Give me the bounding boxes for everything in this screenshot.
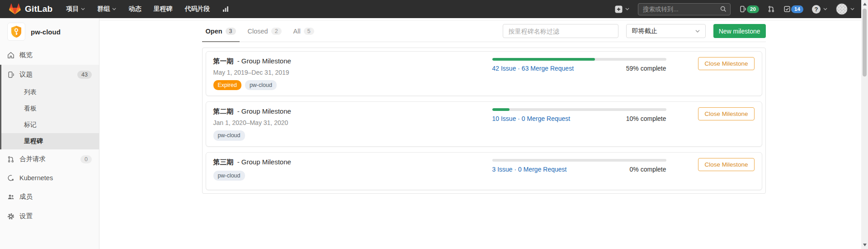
tab-label: Open: [206, 28, 222, 35]
milestone-info: 第二期 - Group Milestone Jan 1, 2020–May 31…: [213, 107, 492, 140]
cluster-icon: [7, 174, 14, 182]
milestone-title: 第一期 - Group Milestone: [213, 57, 492, 66]
scrollbar-down-arrow-icon[interactable]: [863, 244, 867, 246]
tab-closed[interactable]: Closed 2: [244, 20, 285, 42]
progress-meta: 10 Issue · 0 Merge Request 10% complete: [492, 115, 666, 122]
milestone-suffix: - Group Milestone: [237, 158, 291, 166]
help-icon: ?: [812, 5, 821, 14]
milestone-filter-input[interactable]: [503, 24, 618, 38]
chevron-down-icon: [112, 8, 116, 10]
milestone-dates: May 1, 2019–Dec 31, 2019: [213, 69, 492, 76]
todos-count-badge: 14: [791, 5, 803, 13]
issues-icon: [7, 71, 14, 78]
search-input[interactable]: [643, 6, 717, 13]
sidebar-item-members[interactable]: 成员: [0, 187, 99, 206]
issues-count-badge: 20: [747, 5, 759, 13]
plus-square-icon: [615, 5, 623, 13]
merge-requests-shortcut[interactable]: [768, 5, 775, 13]
avatar: [836, 3, 848, 15]
new-milestone-button[interactable]: New milestone: [713, 24, 766, 38]
gear-icon: [7, 213, 14, 220]
tab-open[interactable]: Open 3: [202, 20, 240, 42]
milestone-actions: Close Milestone: [666, 158, 755, 184]
nav-snippets-label: 代码片段: [184, 5, 210, 13]
sidebar-item-issues[interactable]: 议题 43: [1, 65, 99, 84]
milestone-card: 第一期 - Group Milestone May 1, 2019–Dec 31…: [206, 51, 762, 96]
merge-requests-count-badge: 0: [80, 155, 92, 163]
sidebar-item-label: 合并请求: [19, 155, 46, 163]
sort-dropdown[interactable]: 即将截止: [626, 24, 706, 38]
help-menu-button[interactable]: ?: [812, 5, 827, 14]
sidebar-item-settings[interactable]: 设置: [0, 206, 99, 226]
tab-label: All: [293, 28, 301, 35]
project-badge: pw-cloud: [213, 171, 245, 181]
new-menu-button[interactable]: [615, 5, 629, 13]
sidebar-item-boards[interactable]: 看板: [1, 101, 99, 117]
nav-groups[interactable]: 群组: [97, 5, 116, 13]
todos-shortcut[interactable]: 14: [783, 5, 803, 13]
milestone-badges: pw-cloud: [213, 171, 492, 181]
issue-mr-links[interactable]: 3 Issue · 0 Merge Request: [492, 166, 567, 173]
search-icon[interactable]: [720, 5, 727, 13]
expired-badge: Expired: [213, 80, 241, 90]
milestone-badges: pw-cloud: [213, 130, 492, 140]
milestone-suffix: - Group Milestone: [237, 57, 291, 65]
project-header[interactable]: pw-cloud: [0, 18, 99, 45]
milestone-name-link[interactable]: 第一期: [213, 57, 234, 65]
milestones-toolbar: 即将截止 New milestone: [503, 24, 766, 38]
nav-activity[interactable]: 动态: [128, 5, 141, 13]
sidebar-item-overview[interactable]: 概览: [0, 45, 99, 65]
top-navbar: GitLab 项目 群组 动态 里程碑 代码片段 20 14: [0, 0, 868, 18]
close-milestone-button[interactable]: Close Milestone: [698, 158, 754, 171]
progress-meta: 42 Issue · 63 Merge Request 59% complete: [492, 65, 666, 72]
project-sidebar: pw-cloud 概览 议题 43 列表 看板 标记 里程碑 合并请求 0 Ku…: [0, 18, 99, 249]
sidebar-item-issue-list[interactable]: 列表: [1, 84, 99, 101]
issues-shortcut[interactable]: 20: [739, 5, 759, 13]
tab-count-badge: 3: [226, 28, 236, 35]
sidebar-item-milestones[interactable]: 里程碑: [1, 133, 99, 149]
milestone-name-link[interactable]: 第二期: [213, 107, 234, 115]
sort-dropdown-label: 即将截止: [632, 27, 657, 35]
main-content: pw-cloud › Milestones Open 3 Closed 2 Al…: [99, 0, 868, 194]
scrollbar-up-arrow-icon[interactable]: [863, 3, 867, 5]
sidebar-item-label: 成员: [19, 192, 33, 201]
sidebar-item-merge-requests[interactable]: 合并请求 0: [0, 149, 99, 169]
milestone-name-link[interactable]: 第三期: [213, 158, 234, 166]
tabs-row: Open 3 Closed 2 All 5 即将截止 New mile: [202, 20, 766, 42]
sidebar-item-labels[interactable]: 标记: [1, 117, 99, 133]
nav-analytics[interactable]: [222, 5, 229, 13]
users-icon: [7, 193, 14, 201]
issues-icon: [739, 5, 746, 13]
progress-bar: [492, 58, 666, 61]
scrollbar-thumb[interactable]: [863, 9, 867, 77]
percent-complete: 10% complete: [626, 115, 666, 122]
milestones-container: Open 3 Closed 2 All 5 即将截止 New mile: [202, 20, 766, 194]
sidebar-item-label: 列表: [24, 88, 37, 96]
milestone-progress: 42 Issue · 63 Merge Request 59% complete: [492, 57, 666, 90]
close-milestone-button[interactable]: Close Milestone: [698, 107, 754, 120]
navbar-left: GitLab 项目 群组 动态 里程碑 代码片段: [9, 3, 229, 15]
user-menu-button[interactable]: [836, 3, 854, 15]
chevron-down-icon: [625, 8, 629, 10]
sidebar-item-label: 设置: [19, 212, 33, 220]
sidebar-item-kubernetes[interactable]: Kubernetes: [0, 169, 99, 187]
tab-all[interactable]: All 5: [290, 20, 318, 42]
percent-complete: 0% complete: [630, 166, 666, 173]
merge-request-icon: [768, 5, 775, 13]
close-milestone-button[interactable]: Close Milestone: [698, 57, 754, 70]
sidebar-item-label: 标记: [24, 121, 37, 128]
issue-mr-links[interactable]: 10 Issue · 0 Merge Request: [492, 115, 571, 122]
gitlab-wordmark: GitLab: [25, 4, 52, 14]
milestone-progress: 10 Issue · 0 Merge Request 10% complete: [492, 107, 666, 140]
window-scrollbar[interactable]: [861, 0, 868, 249]
nav-projects[interactable]: 项目: [66, 5, 85, 13]
nav-snippets[interactable]: 代码片段: [184, 5, 210, 13]
project-name: pw-cloud: [31, 28, 61, 36]
sidebar-item-label: 议题: [19, 70, 33, 79]
sidebar-section-issues: 议题 43 列表 看板 标记 里程碑: [0, 65, 99, 149]
nav-milestones[interactable]: 里程碑: [153, 5, 172, 13]
gitlab-logo[interactable]: GitLab: [9, 3, 52, 15]
nav-groups-label: 群组: [97, 5, 110, 13]
milestone-title: 第二期 - Group Milestone: [213, 107, 492, 116]
issue-mr-links[interactable]: 42 Issue · 63 Merge Request: [492, 65, 574, 72]
